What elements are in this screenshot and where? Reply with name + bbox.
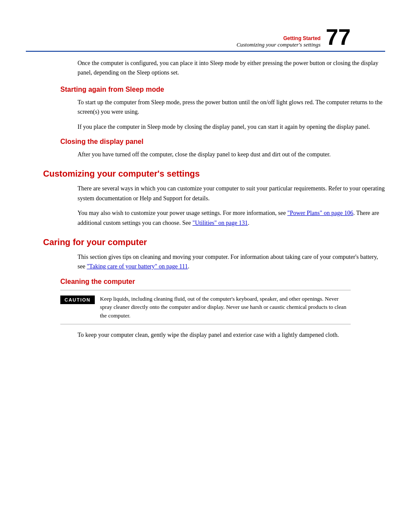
intro-paragraph: Once the computer is configured, you can… (78, 59, 385, 78)
section-title-caring: Caring for your computer (43, 237, 385, 247)
section-title-cleaning: Cleaning the computer (60, 278, 385, 286)
section-title-starting-again: Starting again from Sleep mode (60, 86, 385, 93)
page-header: Getting Started Customizing your compute… (26, 26, 385, 52)
cleaning-para-1: To keep your computer clean, gently wipe… (78, 330, 385, 340)
customizing-para-1: There are several ways in which you can … (78, 184, 385, 203)
starting-again-para-1: To start up the computer from Sleep mode… (78, 98, 385, 117)
battery-care-link[interactable]: "Taking care of your battery" on page 11… (87, 263, 188, 270)
chapter-title: Getting Started (237, 35, 321, 41)
customizing-para-2: You may also wish to customize your powe… (78, 208, 385, 228)
page: Getting Started Customizing your compute… (0, 0, 411, 532)
caution-text: Keep liquids, including cleaning fluid, … (100, 295, 351, 320)
main-content: Once the computer is configured, you can… (26, 52, 385, 340)
power-plans-link[interactable]: "Power Plans" on page 106 (287, 210, 353, 216)
caring-para-1: This section gives tips on cleaning and … (78, 252, 385, 272)
chapter-subtitle: Customizing your computer's settings (237, 41, 321, 48)
header-text: Getting Started Customizing your compute… (237, 35, 321, 48)
starting-again-para-2: If you place the computer in Sleep mode … (78, 122, 385, 132)
caution-label: CAUTION (60, 296, 95, 304)
caution-box: CAUTION Keep liquids, including cleaning… (60, 290, 351, 325)
page-number: 77 (326, 26, 351, 48)
section-title-closing-display: Closing the display panel (60, 138, 385, 146)
utilities-link[interactable]: "Utilities" on page 131 (193, 220, 248, 226)
section-title-customizing: Customizing your computer's settings (43, 169, 385, 179)
closing-display-para-1: After you have turned off the computer, … (78, 150, 385, 159)
